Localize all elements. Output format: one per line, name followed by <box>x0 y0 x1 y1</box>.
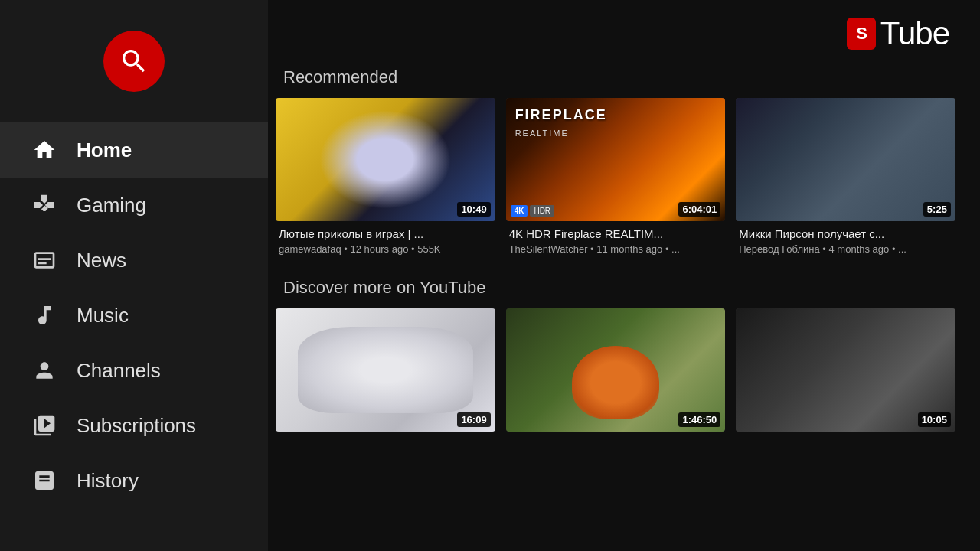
duration-badge-5: 1:46:50 <box>678 412 720 427</box>
search-icon <box>119 46 149 77</box>
badge-hdr: HDR <box>530 205 554 217</box>
discover-section: Discover more on YouTube 16:09 <box>276 278 957 432</box>
video-card-1[interactable]: 10:49 Лютые приколы в играх | ... gamewa… <box>276 98 495 255</box>
duration-badge-1: 10:49 <box>457 202 490 217</box>
subscriptions-icon <box>31 412 58 439</box>
sidebar-label-gaming: Gaming <box>77 194 146 217</box>
recommended-section: Recommended 10:49 Лютые приколы в играх … <box>276 67 957 255</box>
thumbnail-2: FIREPLACE REALTIME 4K HDR 6:04:01 <box>506 98 726 221</box>
video-info-2: 4K HDR Fireplace REALTIM... TheSilentWat… <box>506 221 726 255</box>
sidebar-label-news: News <box>77 249 126 272</box>
views-2: ... <box>671 243 680 255</box>
sidebar-item-gaming[interactable]: Gaming <box>0 178 268 233</box>
thumb-image-3 <box>736 98 956 221</box>
video-card-5[interactable]: 1:46:50 <box>506 308 726 432</box>
sidebar-item-home[interactable]: Home <box>0 122 268 178</box>
thumbnail-6: 10:05 <box>736 308 956 432</box>
video-info-1: Лютые приколы в играх | ... gamewadafaq … <box>276 221 495 255</box>
views-1: 555K <box>417 243 440 255</box>
main-content: S Tube Recommended 10:49 Лютые приколы в… <box>268 0 980 551</box>
thumbnail-3: 5:25 <box>736 98 956 221</box>
channel-name-3: Перевод Гоблина <box>739 243 819 255</box>
sidebar-item-history[interactable]: History <box>0 453 268 508</box>
video-meta-2: TheSilentWatcher • 11 months ago • ... <box>509 243 723 255</box>
sidebar-item-news[interactable]: News <box>0 233 268 288</box>
news-icon <box>31 246 58 274</box>
video-info-3: Микки Пирсон получает с... Перевод Гобли… <box>736 221 956 255</box>
video-title-2: 4K HDR Fireplace REALTIM... <box>509 227 723 240</box>
hdr-badge: 4K HDR <box>511 205 554 217</box>
cartoon-blob <box>572 346 660 420</box>
thumbnail-5: 1:46:50 <box>506 308 726 432</box>
fireplace-text: FIREPLACE <box>515 107 607 123</box>
sidebar-label-home: Home <box>77 139 132 162</box>
thumbnail-4: 16:09 <box>276 308 495 432</box>
sidebar-item-music[interactable]: Music <box>0 288 268 343</box>
meta-separator-2: • <box>411 243 417 255</box>
logo-text: Tube <box>880 15 949 52</box>
views-3: ... <box>898 243 906 255</box>
sidebar-label-subscriptions: Subscriptions <box>77 414 196 438</box>
recommended-title: Recommended <box>276 67 957 87</box>
time-ago-3: 4 months ago <box>829 243 890 255</box>
fireplace-sub: REALTIME <box>515 129 569 138</box>
top-bar: S Tube <box>268 0 980 60</box>
channel-name-2: TheSilentWatcher <box>509 243 588 255</box>
duration-badge-3: 5:25 <box>923 202 951 217</box>
time-ago-1: 12 hours ago <box>350 243 408 255</box>
history-icon <box>31 467 58 494</box>
video-title-3: Микки Пирсон получает с... <box>739 227 952 240</box>
discover-row: 16:09 1:46:50 10:05 <box>276 308 957 432</box>
video-card-4[interactable]: 16:09 <box>276 308 495 432</box>
discover-title: Discover more on YouTube <box>276 278 957 298</box>
duration-badge-4: 16:09 <box>457 412 490 427</box>
video-meta-1: gamewadafaq • 12 hours ago • 555K <box>279 243 492 255</box>
video-card-2[interactable]: FIREPLACE REALTIME 4K HDR 6:04:01 4K HDR… <box>506 98 726 255</box>
thumbnail-1: 10:49 <box>276 98 495 221</box>
logo: S Tube <box>847 15 949 52</box>
sidebar-item-channels[interactable]: Channels <box>0 343 268 398</box>
gaming-icon <box>31 191 58 219</box>
sidebar-label-music: Music <box>77 304 129 328</box>
video-card-3[interactable]: 5:25 Микки Пирсон получает с... Перевод … <box>736 98 956 255</box>
video-card-6[interactable]: 10:05 <box>736 308 956 432</box>
sidebar-label-channels: Channels <box>77 359 161 383</box>
home-icon <box>31 136 58 164</box>
channels-icon <box>31 357 58 384</box>
sidebar-item-subscriptions[interactable]: Subscriptions <box>0 398 268 453</box>
controller-shape <box>298 327 473 413</box>
search-button[interactable] <box>103 31 165 92</box>
recommended-row: 10:49 Лютые приколы в играх | ... gamewa… <box>276 98 957 255</box>
duration-badge-2: 6:04:01 <box>678 202 720 217</box>
logo-icon: S <box>847 18 876 50</box>
badge-4k: 4K <box>511 205 528 217</box>
music-icon <box>31 302 58 329</box>
video-meta-3: Перевод Гоблина • 4 months ago • ... <box>739 243 952 255</box>
sidebar: Home Gaming News Music Channels Subscrip… <box>0 0 268 551</box>
video-title-1: Лютые приколы в играх | ... <box>279 227 492 240</box>
content-area: Recommended 10:49 Лютые приколы в играх … <box>268 60 980 462</box>
sidebar-label-history: History <box>77 469 139 493</box>
time-ago-2: 11 months ago <box>596 243 662 255</box>
channel-name-1: gamewadafaq <box>279 243 341 255</box>
duration-badge-6: 10:05 <box>918 412 951 427</box>
